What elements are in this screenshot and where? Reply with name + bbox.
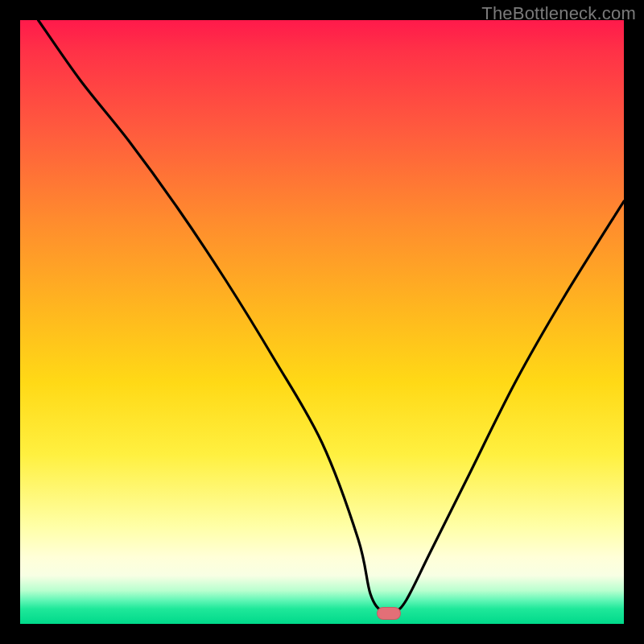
chart-frame: TheBottleneck.com bbox=[0, 0, 644, 644]
plot-inner bbox=[20, 20, 624, 624]
curve-path bbox=[39, 20, 625, 613]
optimal-marker bbox=[377, 607, 401, 620]
bottleneck-curve bbox=[20, 20, 624, 624]
plot-area bbox=[20, 20, 624, 624]
